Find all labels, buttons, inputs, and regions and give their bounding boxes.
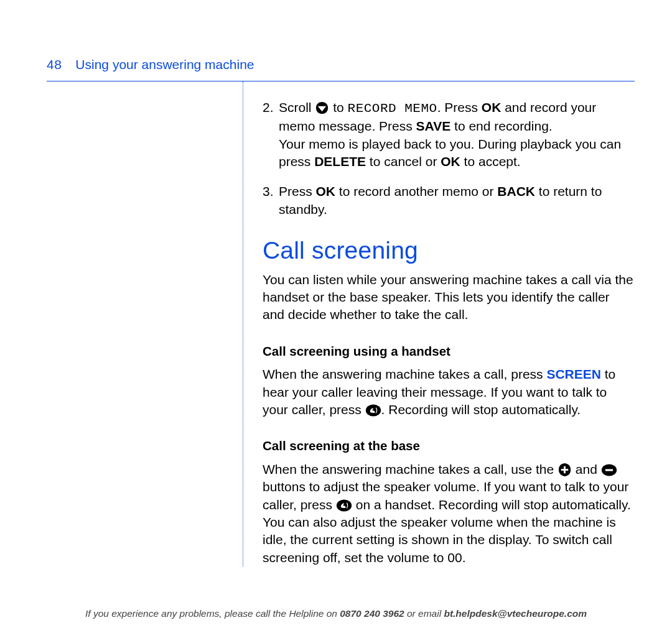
plus-button-icon: [558, 463, 572, 477]
paragraph-text: When the answering machine takes a call,…: [263, 462, 558, 476]
manual-page: 48 Using your answering machine 2. Scrol…: [0, 0, 672, 566]
button-label: SCREEN: [546, 367, 601, 381]
step-text: . Press: [437, 100, 482, 114]
chapter-title: Using your answering machine: [75, 57, 254, 72]
talk-icon: [336, 499, 352, 512]
button-label: DELETE: [314, 154, 366, 169]
subsection-paragraph: When the answering machine takes a call,…: [263, 461, 635, 566]
footer-helpline: If you experience any problems, please c…: [0, 608, 672, 619]
section-intro: You can listen while your answering mach…: [263, 271, 635, 324]
button-label: OK: [441, 154, 460, 169]
svg-rect-2: [561, 469, 569, 471]
svg-point-0: [365, 405, 380, 417]
button-label: OK: [482, 100, 502, 114]
step-2: 2. Scroll to RECORD MEMO. Press OK and r…: [263, 99, 635, 170]
left-margin-column: [47, 81, 243, 566]
step-text: to end recording.: [450, 119, 552, 133]
subsection-heading: Call screening at the base: [263, 437, 635, 455]
step-text: to cancel or: [366, 154, 441, 169]
step-body: Press OK to record another memo or BACK …: [279, 183, 635, 218]
svg-point-5: [337, 499, 352, 511]
footer-text: or email: [404, 608, 444, 619]
paragraph-text: . Recording will stop automatically.: [381, 402, 581, 417]
footer-text: If you experience any problems, please c…: [85, 608, 340, 619]
step-3: 3. Press OK to record another memo or BA…: [263, 183, 635, 218]
subsection-heading: Call screening using a handset: [263, 343, 635, 360]
down-arrow-icon: [315, 101, 329, 115]
subsection-paragraph: When the answering machine takes a call,…: [263, 366, 635, 418]
button-label: BACK: [497, 184, 535, 198]
page-header: 48 Using your answering machine: [47, 57, 635, 72]
step-text: to accept.: [460, 154, 521, 169]
step-text: to: [329, 100, 347, 114]
svg-rect-4: [605, 469, 613, 471]
menu-item-label: RECORD MEMO: [348, 101, 437, 116]
talk-icon: [365, 404, 381, 417]
step-body: Scroll to RECORD MEMO. Press OK and reco…: [279, 99, 635, 170]
section-heading: Call screening: [263, 234, 635, 267]
helpline-phone: 0870 240 3962: [340, 608, 404, 619]
step-text: Scroll: [279, 100, 315, 114]
button-label: OK: [316, 184, 336, 198]
step-text: Press: [279, 184, 316, 198]
step-number: 3.: [263, 183, 279, 218]
body-column: 2. Scroll to RECORD MEMO. Press OK and r…: [244, 81, 635, 566]
paragraph-text: When the answering machine takes a call,…: [263, 367, 546, 381]
two-column-layout: 2. Scroll to RECORD MEMO. Press OK and r…: [47, 81, 635, 566]
button-label: SAVE: [416, 119, 451, 133]
page-number: 48: [47, 57, 62, 72]
step-text: to record another memo or: [335, 184, 497, 198]
helpline-email: bt.helpdesk@vtecheurope.com: [444, 608, 587, 619]
minus-button-icon: [601, 463, 617, 477]
step-number: 2.: [263, 99, 279, 170]
paragraph-text: and: [572, 462, 601, 476]
